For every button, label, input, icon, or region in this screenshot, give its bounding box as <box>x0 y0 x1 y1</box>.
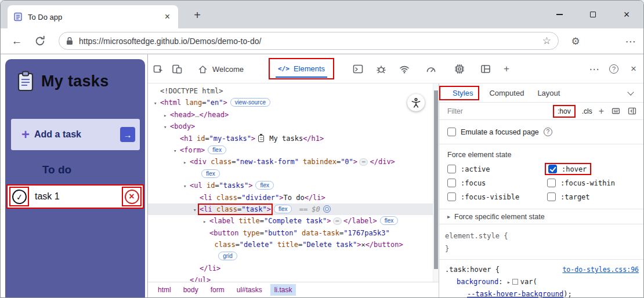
task-hover-rule[interactable]: .task:hover { to-do-styles.css:96 <box>445 263 643 276</box>
inspect-icon[interactable] <box>153 63 164 75</box>
state-active[interactable]: :active <box>447 165 547 173</box>
browser-essentials-icon[interactable]: ⚙ <box>568 34 583 49</box>
back-button[interactable]: ← <box>9 33 25 49</box>
tree-node[interactable]: <li class="divider">To do</li> <box>148 192 433 203</box>
scrollbar[interactable] <box>433 83 439 282</box>
expand-arrow-icon[interactable]: ▸ <box>203 216 209 227</box>
tree-node[interactable]: grid <box>148 250 433 262</box>
console-icon[interactable] <box>352 63 364 75</box>
new-style-rule-icon[interactable]: + <box>599 106 604 117</box>
state-focus-within[interactable]: :focus-within <box>547 179 643 187</box>
tab-styles[interactable]: Styles <box>447 87 478 99</box>
tab-elements[interactable]: </> Elements <box>269 58 334 79</box>
checkbox-icon[interactable] <box>547 192 556 201</box>
tree-node[interactable]: <button type="button" data-task="1767pa5… <box>148 227 433 239</box>
token-attr: id <box>202 181 215 190</box>
browser-tab[interactable]: To Do app × <box>8 5 178 28</box>
bug-icon[interactable] <box>375 63 387 75</box>
help-icon[interactable]: ? <box>544 128 552 136</box>
complete-task-icon[interactable]: ✓ <box>11 188 27 205</box>
maximize-button[interactable] <box>576 1 610 28</box>
submit-arrow-button[interactable]: → <box>120 127 135 142</box>
memory-icon[interactable] <box>454 63 465 75</box>
state-focus-visible[interactable]: :focus-visible <box>447 192 547 201</box>
task-row[interactable]: ✓ task 1 × <box>6 184 144 209</box>
stylesheet-link[interactable]: to-do-styles.css:96 <box>562 263 639 276</box>
address-bar[interactable]: https://microsoftedge.github.io/Demos/de… <box>59 32 559 50</box>
breadcrumb-item[interactable]: body <box>179 284 202 296</box>
collapse-arrow-icon[interactable]: ▾ <box>183 180 190 192</box>
add-task-button[interactable]: + Add a task → <box>11 119 140 150</box>
tree-node[interactable]: <!DOCTYPE html> <box>148 85 433 97</box>
expand-arrow-icon[interactable]: ▸ <box>507 279 511 285</box>
window-close-button[interactable]: × <box>610 1 643 28</box>
collapse-arrow-icon[interactable]: ▾ <box>164 121 170 133</box>
tree-node[interactable]: ▾<html lang="en">view-source <box>148 97 433 108</box>
state-target[interactable]: :target <box>547 192 643 201</box>
breadcrumb-item[interactable]: li.task <box>270 284 296 296</box>
sidebar-toggle-icon[interactable] <box>627 106 637 116</box>
tree-node[interactable]: ▾<body> <box>148 121 433 132</box>
state-focus[interactable]: :focus <box>447 179 547 187</box>
favorite-star-icon[interactable]: ☆ <box>542 35 551 47</box>
url-text[interactable]: https://microsoftedge.github.io/Demos/de… <box>79 37 542 46</box>
tab-close-icon[interactable]: × <box>162 12 172 22</box>
css-variable-link[interactable]: --task-hover-background <box>467 290 563 298</box>
breadcrumb-item[interactable]: ul#tasks <box>233 284 266 296</box>
performance-icon[interactable] <box>425 63 437 75</box>
checkbox-icon[interactable] <box>447 128 456 136</box>
toggle-hov-button[interactable]: :hov <box>554 106 574 117</box>
collapse-arrow-icon[interactable]: ▾ <box>193 204 200 216</box>
application-icon[interactable] <box>480 63 491 75</box>
collapse-arrow-icon[interactable]: ▾ <box>154 97 160 109</box>
tab-computed[interactable]: Computed <box>489 89 524 97</box>
checkbox-icon[interactable] <box>447 179 456 187</box>
breadcrumb-item[interactable]: html <box>154 284 175 296</box>
tree-node[interactable]: <h1 id="my-tasks"> My tasks</h1> <box>148 133 433 144</box>
refresh-button[interactable] <box>33 34 47 48</box>
element-style-rule[interactable]: element.style { <box>445 230 643 242</box>
tree-node[interactable]: ▸<div class="new-task-form" tabindex="0"… <box>148 156 433 168</box>
minimize-button[interactable] <box>542 1 576 28</box>
network-icon[interactable] <box>399 63 410 75</box>
browser-menu-icon[interactable]: ⋯ <box>623 34 639 49</box>
add-tools-icon[interactable]: + <box>501 63 512 75</box>
chevron-down-icon[interactable] <box>627 89 634 95</box>
force-specific-state-row[interactable]: ▸ Force specific element state <box>439 209 643 224</box>
css-property-name[interactable]: background <box>457 278 498 286</box>
tree-node[interactable]: class="delete" title="Delete task">✕</bu… <box>148 239 433 250</box>
tree-node[interactable]: ▸<label title="Complete task">⋯</label>f… <box>148 215 433 227</box>
devtools-more-icon[interactable]: ⋯ <box>584 60 604 78</box>
breadcrumb-item[interactable]: form <box>207 284 229 296</box>
tree-node[interactable]: ▾<ul id="tasks">flex <box>148 180 433 191</box>
checkbox-icon[interactable] <box>447 192 456 201</box>
lock-icon[interactable] <box>66 37 73 45</box>
scrollbar-thumb[interactable] <box>434 90 438 269</box>
delete-task-icon[interactable]: × <box>125 190 139 204</box>
tree-node[interactable]: ▸<head>…</head> <box>148 109 433 121</box>
grid-icon[interactable] <box>611 106 621 116</box>
collapse-arrow-icon[interactable]: ▾ <box>173 145 180 157</box>
accessibility-button[interactable] <box>407 94 425 111</box>
tab-welcome[interactable]: Welcome <box>190 54 252 83</box>
device-toolbar-icon[interactable] <box>171 63 183 75</box>
tree-node[interactable]: ▾<form>flex <box>148 144 433 156</box>
tree-node-selected[interactable]: ▾<li class="task">flex == $0 <box>148 203 433 215</box>
expand-arrow-icon[interactable]: ▸ <box>164 110 170 121</box>
devtools-help-icon[interactable]: ? <box>604 60 624 78</box>
tree-node[interactable]: </ul> <box>148 274 433 282</box>
devtools-close-icon[interactable]: × <box>624 60 643 78</box>
checkbox-icon[interactable] <box>548 165 557 173</box>
new-tab-button[interactable]: + <box>190 8 205 23</box>
checkbox-icon[interactable] <box>447 165 456 173</box>
checkbox-icon[interactable] <box>547 179 556 187</box>
tree-node[interactable]: </li> <box>148 263 433 274</box>
token-tag: </button> <box>366 241 403 249</box>
toggle-cls-button[interactable]: .cls <box>582 107 592 115</box>
state-hover[interactable]: :hover <box>545 163 591 175</box>
tree-node[interactable]: flex <box>148 168 433 180</box>
expand-arrow-icon[interactable]: ▸ <box>183 157 190 168</box>
tab-layout[interactable]: Layout <box>537 89 560 97</box>
filter-input[interactable]: Filter <box>447 107 553 115</box>
color-swatch-icon[interactable] <box>512 279 518 285</box>
